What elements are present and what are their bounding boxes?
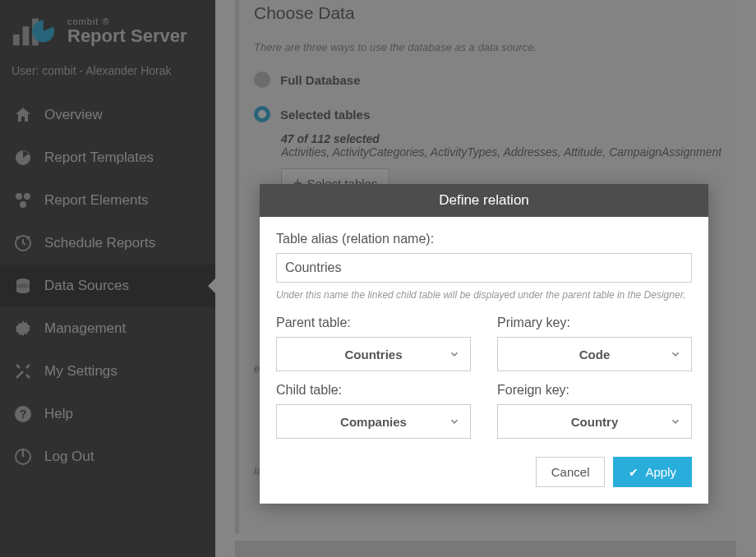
alias-label: Table alias (relation name):: [276, 232, 692, 246]
foreign-key-label: Foreign key:: [497, 383, 692, 398]
primary-key-select[interactable]: Code: [497, 337, 692, 371]
chevron-down-icon: [670, 348, 681, 360]
parent-table-label: Parent table:: [276, 315, 471, 330]
chevron-down-icon: [449, 348, 460, 360]
primary-key-label: Primary key:: [497, 315, 692, 330]
alias-hint: Under this name the linked child table w…: [276, 289, 692, 301]
check-icon: ✔: [629, 466, 638, 479]
foreign-key-select[interactable]: Country: [497, 404, 692, 439]
dialog-title: Define relation: [260, 184, 708, 217]
parent-table-select[interactable]: Countries: [276, 337, 471, 371]
select-value: Country: [571, 415, 619, 429]
alias-input[interactable]: [276, 253, 692, 283]
define-relation-dialog: Define relation Table alias (relation na…: [260, 184, 708, 504]
select-value: Code: [579, 348, 611, 361]
select-value: Countries: [344, 348, 402, 361]
chevron-down-icon: [670, 416, 681, 427]
child-table-label: Child table:: [276, 383, 471, 398]
child-table-select[interactable]: Companies: [276, 404, 471, 439]
apply-button[interactable]: ✔ Apply: [613, 457, 692, 487]
cancel-button[interactable]: Cancel: [536, 457, 606, 487]
select-value: Companies: [340, 415, 407, 429]
apply-label: Apply: [645, 465, 676, 479]
chevron-down-icon: [449, 416, 460, 427]
